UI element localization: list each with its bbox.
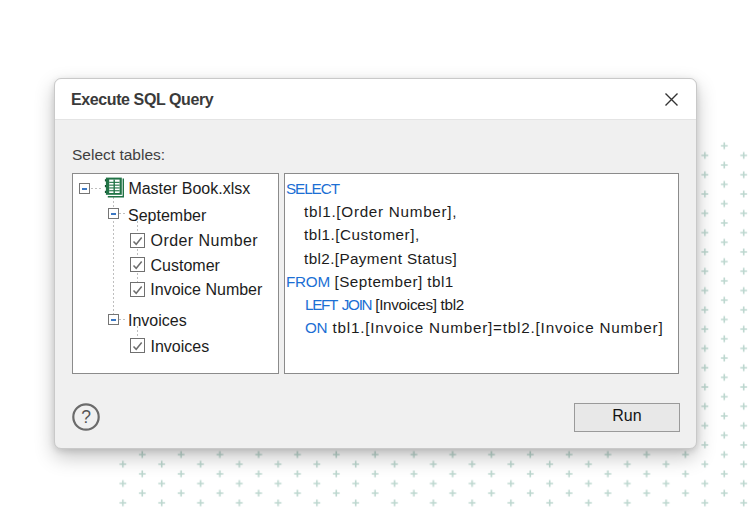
svg-text:?: ? (81, 407, 91, 427)
